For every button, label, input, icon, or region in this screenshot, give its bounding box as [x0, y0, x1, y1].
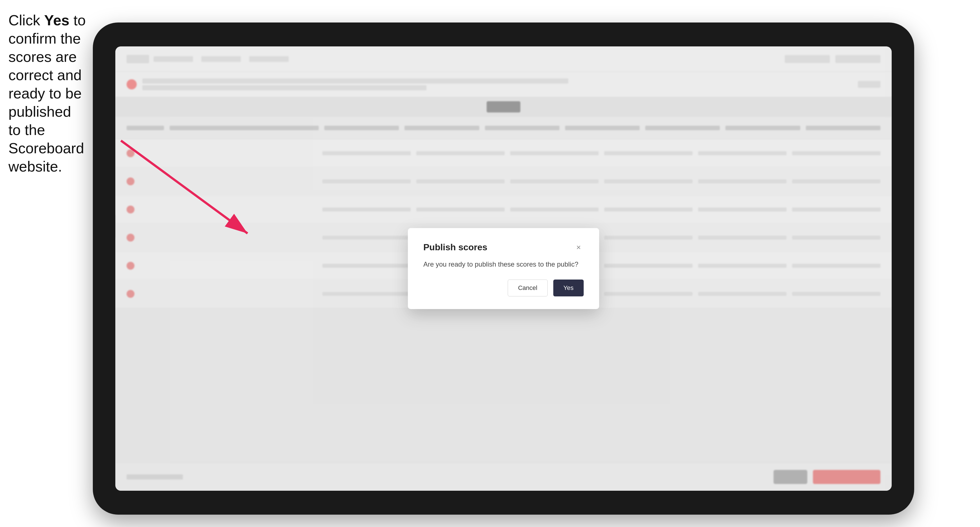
- instruction-suffix: to confirm the scores are correct and re…: [8, 12, 86, 175]
- dialog-close-button[interactable]: ×: [574, 243, 584, 252]
- dialog-overlay: Publish scores × Are you ready to publis…: [115, 46, 892, 491]
- dialog-body: Are you ready to publish these scores to…: [423, 260, 584, 268]
- dialog-title: Publish scores: [423, 242, 487, 252]
- instruction-bold: Yes: [44, 12, 70, 29]
- cancel-button[interactable]: Cancel: [508, 279, 548, 297]
- tablet-screen: Publish scores × Are you ready to publis…: [115, 46, 892, 491]
- publish-scores-dialog: Publish scores × Are you ready to publis…: [408, 228, 599, 309]
- dialog-title-row: Publish scores ×: [423, 242, 584, 252]
- dialog-actions: Cancel Yes: [423, 279, 584, 297]
- instruction-text: Click Yes to confirm the scores are corr…: [8, 11, 87, 176]
- instruction-prefix: Click: [8, 12, 44, 29]
- yes-button[interactable]: Yes: [553, 279, 584, 297]
- tablet-device: Publish scores × Are you ready to publis…: [93, 22, 914, 514]
